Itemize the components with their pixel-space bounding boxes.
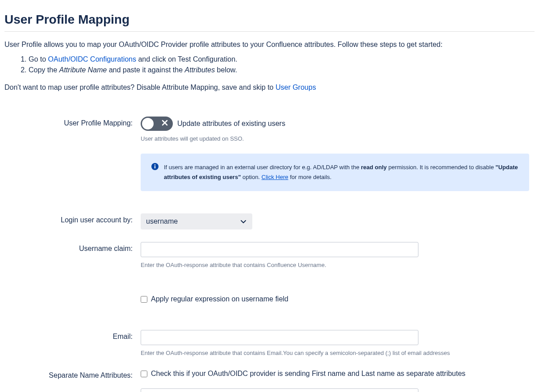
username-claim-label: Username claim: <box>4 242 141 253</box>
info-text: If users are managed in an external user… <box>164 163 520 182</box>
info-panel: If users are managed in an external user… <box>141 154 529 191</box>
skip-text: Don't want to map user profile attribute… <box>4 83 535 92</box>
info-icon <box>151 163 159 170</box>
username-claim-helper: Enter the OAuth-response attribute that … <box>141 262 529 268</box>
login-by-select[interactable]: username <box>141 213 252 229</box>
info-mid: permission. It is recommended to disable <box>387 164 496 171</box>
info-click-here-link[interactable]: Click Here <box>262 174 288 180</box>
separate-names-checkbox[interactable] <box>141 371 147 377</box>
skip-prefix: Don't want to map user profile attribute… <box>4 83 276 91</box>
username-claim-input[interactable] <box>141 242 418 257</box>
info-prefix: If users are managed in an external user… <box>164 164 361 171</box>
update-attributes-toggle[interactable] <box>141 117 173 131</box>
page-title: User Profile Mapping <box>4 13 535 27</box>
step-2-em1: Attribute Name <box>59 66 107 74</box>
step-1: Go to OAuth/OIDC Configurations and clic… <box>29 54 535 65</box>
regex-checkbox-label: Apply regular expression on username fie… <box>151 295 288 303</box>
step-1-suffix: and click on Test Configuration. <box>136 55 238 63</box>
steps-list: Go to OAuth/OIDC Configurations and clic… <box>4 54 535 75</box>
step-1-prefix: Go to <box>29 55 48 63</box>
step-2-suffix: below. <box>215 66 237 74</box>
info-after-bold2: option. <box>241 174 261 180</box>
email-helper: Enter the OAuth-response attribute that … <box>141 350 529 356</box>
oauth-config-link[interactable]: OAuth/OIDC Configurations <box>48 55 136 63</box>
step-2-em2: Attributes <box>185 66 215 74</box>
close-icon <box>162 120 168 128</box>
regex-checkbox[interactable] <box>141 296 147 303</box>
login-by-label: Login user account by: <box>4 213 141 224</box>
email-label: Email: <box>4 330 141 341</box>
user-groups-link[interactable]: User Groups <box>276 83 316 91</box>
separate-names-label: Separate Name Attributes: <box>4 369 141 379</box>
email-input[interactable] <box>141 330 418 345</box>
user-profile-mapping-label: User Profile Mapping: <box>4 117 141 127</box>
info-bold1: read only <box>361 164 387 171</box>
step-2: Copy the Attribute Name and paste it aga… <box>29 65 535 75</box>
toggle-label: Update attributes of existing users <box>177 120 285 128</box>
title-divider <box>4 31 535 32</box>
fullname-input[interactable] <box>141 388 418 392</box>
step-2-prefix: Copy the <box>29 66 59 74</box>
svg-rect-2 <box>155 166 155 169</box>
toggle-helper: User attributes will get updated on SSO. <box>141 135 529 142</box>
intro-text: User Profile allows you to map your OAut… <box>4 41 535 49</box>
info-suffix: for more details. <box>288 174 332 180</box>
step-2-mid: and paste it against the <box>107 66 184 74</box>
fullname-label: Full Name Attribute: <box>4 388 141 392</box>
svg-point-1 <box>155 164 156 166</box>
toggle-knob <box>142 118 154 129</box>
separate-names-checkbox-label: Check this if your OAuth/OIDC provider i… <box>151 370 465 378</box>
